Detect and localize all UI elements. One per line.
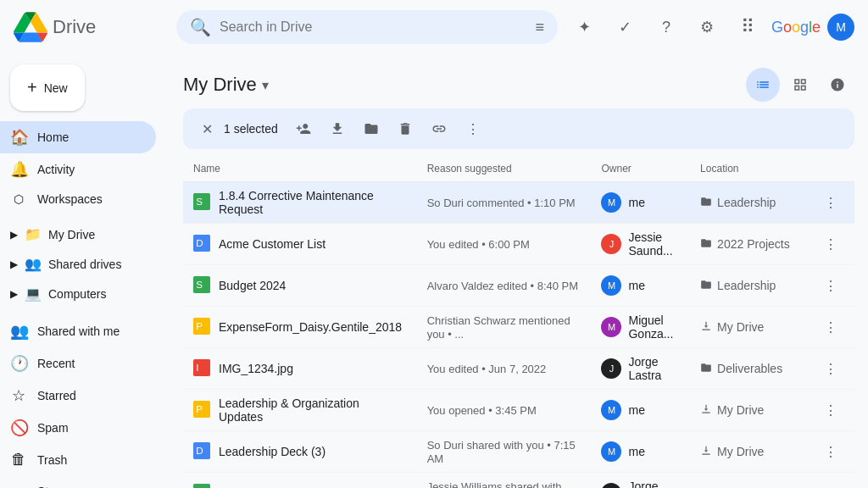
sidebar-item-shared-with-me[interactable]: 👥 Shared with me bbox=[0, 315, 156, 347]
tune-icon[interactable]: ≡ bbox=[535, 19, 544, 36]
file-name-cell: S Budget 2024 bbox=[183, 265, 417, 307]
location-name: 2022 Projects bbox=[717, 237, 790, 251]
organize-button[interactable] bbox=[356, 114, 387, 144]
location-name: My Drive bbox=[717, 445, 764, 458]
search-bar[interactable]: 🔍 ≡ bbox=[176, 10, 558, 44]
sidebar-item-starred[interactable]: ☆ Starred bbox=[0, 380, 156, 412]
dropdown-arrow-icon[interactable]: ▾ bbox=[262, 77, 269, 93]
owner-cell: M me bbox=[591, 182, 690, 224]
location-name: My Drive bbox=[717, 403, 764, 417]
row-more-button[interactable]: ⋮ bbox=[817, 355, 844, 382]
my-drive-label: My Drive bbox=[48, 228, 95, 241]
table-row[interactable]: S Meeting Notes Jessie Williams shared w… bbox=[183, 473, 854, 489]
svg-text:S: S bbox=[196, 196, 203, 207]
drive-title[interactable]: My Drive ▾ bbox=[183, 74, 269, 96]
row-more-button[interactable]: ⋮ bbox=[817, 272, 844, 299]
list-view-button[interactable] bbox=[746, 68, 780, 102]
row-more-button[interactable]: ⋮ bbox=[817, 230, 844, 258]
apps-button[interactable]: ⠿ bbox=[731, 10, 765, 44]
reason-cell: So Duri commented • 1:10 PM bbox=[417, 182, 592, 224]
table-row[interactable]: P ExpenseForm_Daisy.Gentile_2018 Christi… bbox=[183, 307, 854, 348]
remove-button[interactable] bbox=[390, 114, 420, 144]
file-name-cell: D Acme Customer List bbox=[183, 224, 417, 265]
sidebar-item-shared-drives[interactable]: ▶ 👥 Shared drives bbox=[0, 249, 170, 279]
sidebar-item-spam[interactable]: 🚫 Spam bbox=[0, 412, 156, 444]
sidebar-item-recent[interactable]: 🕐 Recent bbox=[0, 347, 156, 380]
file-type-icon: D bbox=[193, 442, 210, 462]
sidebar-item-workspaces[interactable]: ⬡ Workspaces bbox=[0, 186, 156, 213]
grid-view-button[interactable] bbox=[783, 68, 817, 102]
chevron-icon-my-drive: ▶ bbox=[10, 229, 18, 241]
more-actions-button[interactable]: ⋮ bbox=[458, 114, 488, 144]
file-type-icon: P bbox=[193, 401, 210, 420]
new-button-label: New bbox=[44, 81, 68, 95]
computers-label: Computers bbox=[48, 287, 106, 301]
sidebar-item-computers[interactable]: ▶ 💻 Computers bbox=[0, 279, 170, 308]
reason-cell: Alvaro Valdez edited • 8:40 PM bbox=[417, 265, 592, 307]
row-more-button[interactable]: ⋮ bbox=[817, 189, 844, 216]
file-type-icon: S bbox=[193, 276, 210, 296]
file-name-cell: I IMG_1234.jpg bbox=[183, 348, 417, 390]
location-folder-icon bbox=[700, 279, 712, 293]
table-row[interactable]: S 1.8.4 Corrective Maintenance Request S… bbox=[183, 182, 854, 224]
sidebar-item-home-label: Home bbox=[37, 130, 69, 144]
table-row[interactable]: D Acme Customer List You edited • 6:00 P… bbox=[183, 224, 854, 265]
file-name-text: 1.8.4 Corrective Maintenance Request bbox=[219, 189, 407, 216]
help-button[interactable]: ? bbox=[649, 10, 683, 44]
tasks-button[interactable]: ✓ bbox=[609, 10, 643, 44]
owner-avatar: M bbox=[601, 441, 621, 462]
table-row[interactable]: S Budget 2024 Alvaro Valdez edited • 8:4… bbox=[183, 265, 854, 307]
gemini-button[interactable]: ✦ bbox=[568, 10, 602, 44]
owner-name: Jorge Lastra bbox=[628, 480, 680, 488]
recent-label: Recent bbox=[37, 357, 75, 370]
sidebar-item-storage[interactable]: ☁ Storage bbox=[0, 475, 156, 488]
shared-icon: 👥 bbox=[10, 322, 27, 341]
table-row[interactable]: P Leadership & Organization Updates You … bbox=[183, 390, 854, 431]
deselect-button[interactable]: ✕ bbox=[193, 115, 220, 142]
file-name-text: Budget 2024 bbox=[219, 279, 286, 292]
sidebar-item-my-drive[interactable]: ▶ 📁 My Drive bbox=[0, 219, 170, 249]
share-button[interactable] bbox=[288, 114, 319, 144]
svg-text:I: I bbox=[196, 362, 198, 373]
location-folder-icon bbox=[700, 445, 712, 459]
reason-cell: Jessie Williams shared with you • ... bbox=[417, 473, 592, 489]
svg-text:D: D bbox=[196, 445, 203, 456]
location-folder-icon bbox=[700, 237, 712, 252]
location-cell: Leadership bbox=[690, 182, 807, 224]
file-type-icon: S bbox=[193, 193, 210, 213]
owner-cell: M Miguel Gonza... bbox=[591, 307, 690, 348]
location-cell: Leadership bbox=[690, 265, 807, 307]
copy-link-button[interactable] bbox=[424, 114, 454, 144]
owner-column-header: Owner bbox=[591, 156, 690, 182]
row-more-button[interactable]: ⋮ bbox=[817, 438, 844, 465]
download-button[interactable] bbox=[322, 114, 353, 144]
row-actions-cell: ⋮ bbox=[807, 224, 854, 265]
topbar: Drive 🔍 ≡ ✦ ✓ ? ⚙ ⠿ Google M bbox=[0, 0, 868, 54]
owner-avatar: J bbox=[601, 234, 621, 254]
reason-text: So Duri commented • 1:10 PM bbox=[427, 197, 576, 209]
location-folder-icon bbox=[700, 403, 712, 418]
owner-name: me bbox=[628, 445, 644, 458]
user-avatar[interactable]: M bbox=[827, 14, 854, 41]
sidebar-item-trash[interactable]: 🗑 Trash bbox=[0, 444, 156, 475]
table-header: Name Reason suggested Owner Location bbox=[183, 156, 854, 182]
search-input[interactable] bbox=[220, 19, 526, 35]
recent-icon: 🕐 bbox=[10, 354, 27, 373]
owner-cell: J Jorge Lastra bbox=[591, 348, 690, 390]
reason-cell: So Duri shared with you • 7:15 AM bbox=[417, 431, 592, 473]
sidebar-item-home[interactable]: 🏠 Home bbox=[0, 121, 156, 153]
owner-cell: M me bbox=[591, 265, 690, 307]
row-more-button[interactable]: ⋮ bbox=[817, 396, 844, 424]
table-row[interactable]: I IMG_1234.jpg You edited • Jun 7, 2022 … bbox=[183, 348, 854, 390]
sidebar-item-activity[interactable]: 🔔 Activity bbox=[0, 153, 156, 186]
info-button[interactable] bbox=[821, 68, 854, 102]
new-button[interactable]: + New bbox=[10, 64, 85, 111]
actions-column-header bbox=[807, 156, 854, 182]
svg-text:P: P bbox=[196, 320, 203, 331]
settings-button[interactable]: ⚙ bbox=[690, 10, 724, 44]
table-row[interactable]: D Leadership Deck (3) So Duri shared wit… bbox=[183, 431, 854, 473]
owner-avatar: M bbox=[601, 275, 621, 296]
row-more-button[interactable]: ⋮ bbox=[817, 313, 844, 341]
row-more-button[interactable]: ⋮ bbox=[817, 480, 844, 488]
owner-name: Miguel Gonza... bbox=[628, 313, 680, 341]
